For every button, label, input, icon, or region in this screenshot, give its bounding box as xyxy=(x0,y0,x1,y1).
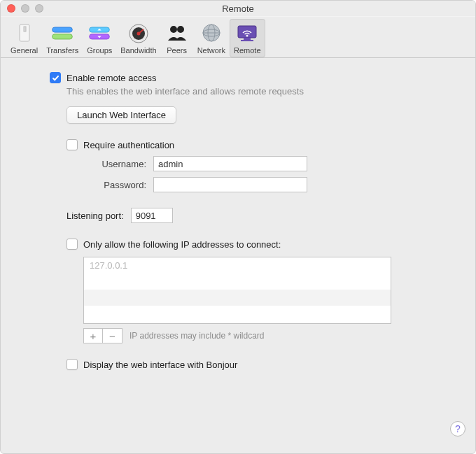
preferences-window: Remote General Transfers xyxy=(0,0,476,454)
svg-rect-18 xyxy=(241,40,253,41)
launch-web-interface-button[interactable]: Launch Web Interface xyxy=(66,106,176,124)
tab-label: General xyxy=(10,46,38,55)
peers-icon xyxy=(165,21,189,45)
general-icon xyxy=(13,21,36,45)
help-icon: ? xyxy=(455,423,461,434)
remote-icon xyxy=(235,21,259,45)
tab-remote[interactable]: Remote xyxy=(230,19,265,57)
list-item xyxy=(84,290,391,306)
window-title: Remote xyxy=(222,3,254,14)
tab-label: Transfers xyxy=(46,46,78,55)
bandwidth-icon xyxy=(127,21,150,45)
remote-pane: Enable remote access This enables the we… xyxy=(1,58,475,446)
tab-general[interactable]: General xyxy=(6,19,42,57)
tab-network[interactable]: Network xyxy=(193,19,230,57)
username-label: Username: xyxy=(83,159,146,169)
tab-label: Network xyxy=(197,46,225,55)
window-controls xyxy=(7,4,43,13)
transfers-icon xyxy=(50,21,74,45)
titlebar: Remote xyxy=(1,1,475,16)
network-icon xyxy=(200,21,223,45)
enable-remote-row: Enable remote access xyxy=(50,72,454,83)
tab-bandwidth[interactable]: Bandwidth xyxy=(116,19,160,57)
svg-rect-1 xyxy=(24,27,26,31)
help-button[interactable]: ? xyxy=(450,421,465,437)
require-auth-checkbox[interactable] xyxy=(66,139,78,150)
add-ip-button[interactable]: + xyxy=(83,328,103,343)
tab-label: Remote xyxy=(234,46,261,55)
tab-label: Peers xyxy=(167,46,187,55)
bonjour-label: Display the web interface with Bonjour xyxy=(83,360,237,370)
enable-remote-label: Enable remote access xyxy=(66,73,157,83)
username-field[interactable] xyxy=(153,156,307,171)
svg-rect-3 xyxy=(52,34,73,39)
wildcard-hint: IP addresses may include * wildcard xyxy=(130,331,265,341)
require-auth-label: Require authentication xyxy=(83,140,174,150)
enable-remote-desc: This enables the web interface and allow… xyxy=(66,86,454,97)
list-item xyxy=(84,274,391,290)
groups-icon xyxy=(88,21,111,45)
tab-groups[interactable]: Groups xyxy=(83,19,116,57)
preferences-toolbar: General Transfers Groups xyxy=(1,16,475,58)
tab-label: Groups xyxy=(87,46,112,55)
listening-port-field[interactable] xyxy=(131,208,173,223)
tab-label: Bandwidth xyxy=(120,46,156,55)
tab-transfers[interactable]: Transfers xyxy=(42,19,83,57)
ip-allowlist-checkbox[interactable] xyxy=(66,239,78,250)
bonjour-checkbox[interactable] xyxy=(66,359,78,370)
minimize-icon[interactable] xyxy=(21,4,29,13)
enable-remote-checkbox[interactable] xyxy=(50,72,61,83)
svg-point-19 xyxy=(246,35,248,37)
list-item xyxy=(84,306,391,322)
plus-icon: + xyxy=(90,330,97,342)
password-label: Password: xyxy=(83,180,146,190)
close-icon[interactable] xyxy=(7,4,15,13)
svg-rect-2 xyxy=(52,27,73,32)
password-field[interactable] xyxy=(153,177,307,192)
ip-address-list[interactable]: 127.0.0.1 xyxy=(83,257,391,324)
minus-icon: − xyxy=(109,330,115,342)
svg-point-10 xyxy=(170,26,177,33)
list-item: 127.0.0.1 xyxy=(84,257,391,274)
tab-peers[interactable]: Peers xyxy=(161,19,193,57)
zoom-icon[interactable] xyxy=(35,4,43,13)
remove-ip-button[interactable]: − xyxy=(103,328,122,343)
ip-allowlist-label: Only allow the following IP addresses to… xyxy=(83,239,281,250)
svg-point-11 xyxy=(177,26,184,33)
svg-rect-17 xyxy=(244,38,251,40)
listening-port-label: Listening port: xyxy=(66,211,124,221)
